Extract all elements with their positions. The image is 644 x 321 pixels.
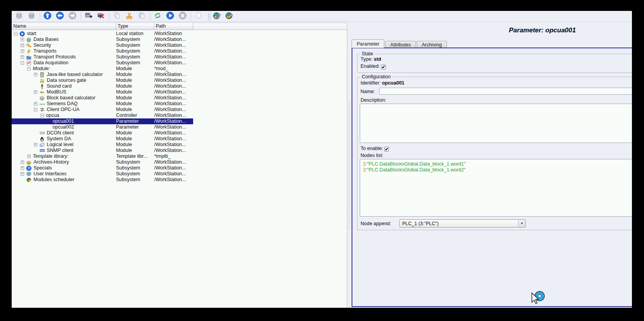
collapse-icon[interactable]: − (14, 32, 18, 35)
enabled-checkbox[interactable]: ✔ (381, 65, 386, 69)
collapse-icon[interactable]: − (34, 108, 37, 111)
tree-header-path[interactable]: Path (154, 23, 193, 30)
nav-up-button[interactable] (43, 12, 52, 21)
tab-attributes[interactable]: Attributes (385, 41, 416, 48)
tree-row-opcua002[interactable]: opcua002Parameter/WorkStation... (12, 124, 347, 130)
tree-row-data-acquisition[interactable]: −Data AcquisitionSubsystem/WorkStation..… (12, 60, 347, 66)
nav-back-button[interactable] (55, 12, 65, 21)
item-cut-button[interactable] (125, 12, 134, 21)
navigation-tree: Name Type Path −startLocal station/WorkS… (12, 23, 347, 308)
stop-update-button[interactable] (178, 12, 187, 21)
tree-row-archives-history[interactable]: +Archives-HistorySubsystem/WorkStation..… (12, 159, 347, 165)
tree-row-opcua001[interactable]: opcua001Parameter/WorkStation... (12, 118, 347, 124)
tree-row-snmp-client[interactable]: SNMPSNMP clientModule/WorkStation... (12, 148, 347, 153)
item-delete-button[interactable] (96, 12, 106, 21)
tree-row-modbus[interactable]: +ModBUSModule/WorkStation... (12, 89, 347, 95)
type-cell: Module (116, 142, 132, 148)
refresh-button[interactable] (153, 12, 162, 21)
expand-icon[interactable]: + (21, 160, 24, 164)
tree-row-client-opc-ua[interactable]: −Client OPC-UAModule/WorkStation... (12, 107, 347, 113)
name-input[interactable] (379, 88, 632, 95)
path-cell: /WorkStation... (154, 171, 186, 177)
toolbar-separator (191, 12, 191, 20)
collapse-icon[interactable]: − (21, 61, 24, 65)
name-cell: −Module: (12, 66, 50, 72)
tree-row-transports[interactable]: +TransportsSubsystem/WorkStation... (12, 48, 347, 54)
tree-row-data-sources-gate[interactable]: Data sources gateModule/WorkStation... (12, 78, 347, 83)
collapse-icon[interactable]: − (40, 114, 44, 117)
tree-header-name[interactable]: Name (12, 23, 116, 30)
delete-item-icon (97, 11, 105, 21)
tree-item-label: Sound card (47, 83, 72, 89)
toolbar-separator (150, 12, 150, 20)
expand-icon[interactable]: + (34, 102, 37, 106)
expand-icon[interactable]: + (21, 166, 24, 170)
tree-row-java-like-based-calculator[interactable]: +Java-like based calculatorModule/WorkSt… (12, 72, 347, 78)
path-cell: /WorkStation... (154, 142, 186, 148)
tree-row-transport-protocols[interactable]: +Transport ProtocolsSubsystem/WorkStatio… (12, 54, 347, 60)
tab-archiving[interactable]: Archiving (417, 41, 447, 48)
tool-config-button[interactable] (212, 12, 222, 21)
tree-row-siemens-daq[interactable]: +SIEMENSSiemens DAQModule/WorkStation... (12, 101, 347, 107)
node-append-combobox[interactable]: PLC_1 (3:"PLC") ▼ (399, 219, 526, 228)
expand-icon[interactable]: + (21, 49, 24, 53)
nav-forward-button[interactable] (68, 12, 77, 21)
tree-item-label: opcua (46, 113, 59, 118)
tree-row-start[interactable]: −startLocal station/WorkStation (12, 31, 347, 37)
tree-row-dcon-client[interactable]: DCONDCON clientModule/WorkStation... (12, 130, 347, 136)
start-update-button[interactable] (165, 12, 175, 21)
tree-row-specials[interactable]: +?SpecialsSubsystem/WorkStation... (12, 165, 347, 171)
to-enable-label: To enable: (361, 146, 384, 151)
add-item-icon (84, 11, 93, 21)
name-cell: opcua002 (12, 124, 74, 130)
tree-row-sound-card[interactable]: Sound cardModule/WorkStation... (12, 83, 347, 89)
expand-icon[interactable]: + (34, 143, 37, 146)
tab-parameter[interactable]: Parameter (352, 39, 384, 48)
type-row: Type: std (361, 56, 381, 62)
protocols-folder-icon (26, 55, 32, 60)
tree-row-opcua[interactable]: −opcuaController/WorkStation... (12, 113, 347, 118)
path-cell: /WorkStation... (154, 118, 186, 124)
tree-item-label: Block based calculator (47, 95, 95, 101)
tree-row-block-based-calculator[interactable]: Block based calculatorModule/WorkStation… (12, 95, 347, 101)
description-textarea[interactable] (360, 104, 632, 143)
type-cell: Subsystem (116, 60, 140, 66)
tree-row-logical-level[interactable]: +Logical levelModule/WorkStation... (12, 142, 347, 148)
tree-row-data-bases[interactable]: +Data BasesSubsystem/WorkStation... (12, 37, 347, 42)
name-cell: −Client OPC-UA (12, 107, 79, 113)
nodes-list-box[interactable]: 3:"PLC.DataBlocksGlobal.Data_block_1.wor… (360, 159, 632, 217)
expand-icon[interactable]: + (27, 155, 31, 158)
description-label: Description: (361, 97, 386, 103)
expand-icon[interactable]: + (21, 55, 24, 59)
item-paste-button[interactable] (137, 12, 146, 21)
type-cell: Module (116, 72, 132, 78)
to-enable-checkbox[interactable]: ✔ (384, 147, 389, 152)
item-copy-button[interactable] (112, 12, 121, 21)
collapse-icon[interactable]: − (27, 67, 31, 71)
tree-row-template-library[interactable]: +Template library:Template libr...*tmplb… (12, 153, 347, 159)
expand-icon[interactable]: + (34, 73, 37, 76)
splitter-grip-icon (348, 101, 350, 229)
state-legend: State (360, 51, 375, 56)
expand-icon[interactable]: + (34, 90, 37, 94)
combo-dropdown-icon[interactable]: ▼ (518, 220, 525, 227)
tree-item-label: Specials (33, 165, 52, 171)
tree-item-label: opcua001 (53, 118, 74, 124)
expand-icon[interactable]: + (21, 44, 24, 47)
save-to-db-button[interactable] (27, 12, 36, 21)
expand-icon[interactable]: + (21, 38, 24, 41)
load-from-db-button[interactable] (14, 12, 24, 21)
panel-splitter[interactable] (347, 23, 352, 308)
tree-row-system-da[interactable]: System DAModule/WorkStation... (12, 136, 347, 142)
clear-button[interactable] (194, 12, 203, 21)
tree-row-module[interactable]: −Module:Module*mod_ (12, 66, 347, 72)
item-add-button[interactable] (84, 12, 93, 21)
tool-edit-button[interactable] (225, 12, 234, 21)
expand-icon[interactable]: + (21, 172, 24, 176)
tree-row-security[interactable]: +SecuritySubsystem/WorkStation... (12, 42, 347, 48)
tree-row-modules-scheduler[interactable]: Modules schedulerSubsystem/WorkStation..… (12, 177, 347, 183)
tree-row-user-interfaces[interactable]: +User InterfacesSubsystem/WorkStation... (12, 171, 347, 177)
databases-icon (26, 37, 32, 42)
tree-header-type[interactable]: Type (116, 23, 154, 30)
toolbar-separator (109, 12, 109, 20)
